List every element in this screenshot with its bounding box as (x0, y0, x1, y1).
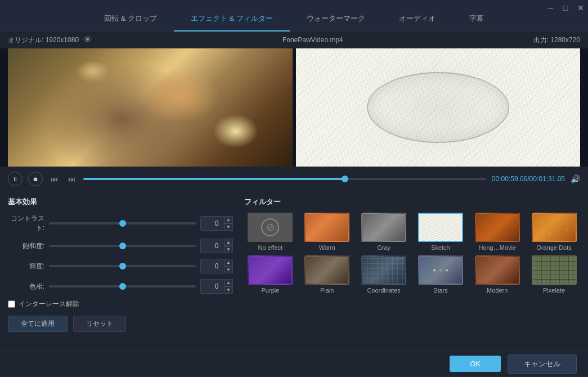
filter-thumb-stars (418, 255, 463, 285)
filter-plain[interactable]: Plain (301, 255, 353, 294)
filter-label-stars: Stars (433, 287, 448, 294)
bottom-bar: OK キャンセル (0, 350, 588, 377)
hue-row: 色相: 0 ▲ ▼ (8, 279, 233, 294)
tab-audio[interactable]: オーディオ (382, 14, 452, 32)
tab-watermark[interactable]: ウォーターマーク (290, 14, 382, 32)
video-previews (0, 48, 588, 167)
brightness-row: 輝度: 0 ▲ ▼ (8, 259, 233, 273)
stop-button[interactable]: ⏹ (28, 172, 43, 186)
filter-stars[interactable]: Stars (415, 255, 467, 294)
deinterlace-checkbox[interactable] (8, 300, 15, 308)
saturation-up[interactable]: ▲ (224, 239, 233, 246)
filter-thumb-no-effect: ⊘ (248, 213, 293, 242)
contrast-down[interactable]: ▼ (224, 223, 233, 231)
apply-all-button[interactable]: 全てに適用 (8, 316, 68, 332)
filter-thumb-gray (361, 213, 406, 242)
filter-purple[interactable]: Purple (244, 255, 297, 294)
tab-bar: 回転 & クロップ エフェクト & フィルター ウォーターマーク オーディオ 字… (0, 0, 588, 32)
ok-button[interactable]: OK (450, 356, 501, 372)
saturation-down[interactable]: ▼ (224, 246, 233, 253)
brightness-spinners: ▲ ▼ (224, 259, 233, 273)
volume-icon[interactable]: 🔊 (571, 174, 580, 183)
brightness-down[interactable]: ▼ (224, 266, 233, 273)
filter-thumb-coordinates (361, 255, 406, 285)
no-effect-icon: ⊘ (261, 218, 279, 236)
filter-label-plain: Plain (320, 287, 334, 294)
filter-warm[interactable]: Warm (301, 213, 353, 251)
next-button[interactable]: ⏭ (66, 174, 78, 185)
maximize-button[interactable]: □ (558, 0, 573, 16)
progress-fill (83, 178, 345, 180)
prev-button[interactable]: ⏮ (48, 174, 60, 185)
filter-title: フィルター (244, 197, 580, 207)
progress-thumb (342, 176, 348, 182)
tab-subtitles[interactable]: 字幕 (452, 14, 501, 32)
filter-thumb-modern (475, 255, 520, 285)
hue-slider[interactable] (49, 285, 196, 288)
filter-pixelate[interactable]: Pixelate (528, 255, 580, 294)
title-bar: ─ □ ✕ (543, 0, 588, 16)
eye-icon[interactable]: 👁 (83, 35, 92, 45)
saturation-label: 飽和度: (8, 241, 44, 251)
brightness-slider[interactable] (49, 265, 196, 267)
filter-orangedots[interactable]: Orange Dots (528, 213, 580, 251)
saturation-spinners: ▲ ▼ (224, 239, 233, 253)
filter-thumb-warm (304, 213, 349, 242)
hue-up[interactable]: ▲ (224, 279, 233, 286)
filter-gray[interactable]: Gray (358, 213, 410, 251)
filter-thumb-plain (304, 255, 349, 285)
saturation-row: 飽和度: 0 ▲ ▼ (8, 239, 233, 253)
left-panel: 基本効果 コントラスト: 0 ▲ ▼ 飽和度: 0 ▲ ▼ (8, 197, 233, 332)
filter-grid: ⊘ No effect Warm Gray Sketch Hong…Movie (244, 213, 580, 294)
contrast-slider[interactable] (49, 222, 196, 225)
filter-thumb-orangedots (532, 213, 577, 242)
time-display: 00:00:59.06/00:01:31.05 (492, 175, 565, 183)
video-filename: FonePawVideo.mp4 (282, 36, 343, 44)
original-cat-image (8, 48, 293, 167)
video-info-bar: オリジナル: 1920x1080 👁 FonePawVideo.mp4 出力: … (0, 32, 588, 48)
filter-label-no-effect: No effect (258, 244, 283, 251)
contrast-spinners: ▲ ▼ (224, 216, 233, 231)
progress-track[interactable] (83, 178, 486, 180)
close-button[interactable]: ✕ (573, 0, 588, 16)
filter-hongmovie[interactable]: Hong…Movie (471, 213, 523, 251)
contrast-row: コントラスト: 0 ▲ ▼ (8, 214, 233, 233)
contrast-label: コントラスト: (8, 214, 44, 233)
hue-label: 色相: (8, 282, 44, 291)
tab-rotate[interactable]: 回転 & クロップ (87, 14, 174, 32)
deinterlace-row: インターレース解除 (8, 299, 233, 309)
minimize-button[interactable]: ─ (543, 0, 558, 16)
original-resolution: オリジナル: 1920x1080 (8, 35, 79, 45)
filter-thumb-purple (248, 255, 293, 285)
filter-thumb-pixelate (532, 255, 577, 285)
pause-button[interactable]: ⏸ (8, 172, 23, 186)
filter-coordinates[interactable]: Coordinates (358, 255, 410, 294)
filter-sketch[interactable]: Sketch (415, 213, 467, 251)
right-panel: フィルター ⊘ No effect Warm Gray Sketch (244, 197, 580, 332)
playback-bar: ⏸ ⏹ ⏮ ⏭ 00:00:59.06/00:01:31.05 🔊 (0, 167, 588, 191)
filter-modern[interactable]: Modern (471, 255, 523, 294)
hue-spinners: ▲ ▼ (224, 279, 233, 294)
cancel-button[interactable]: キャンセル (508, 354, 577, 374)
tab-effects[interactable]: エフェクト & フィルター (174, 14, 290, 32)
reset-button[interactable]: リセット (73, 316, 126, 332)
original-preview (8, 48, 293, 167)
filter-label-purple: Purple (262, 287, 280, 294)
contrast-up[interactable]: ▲ (224, 216, 233, 223)
brightness-label: 輝度: (8, 262, 44, 271)
filter-no-effect[interactable]: ⊘ No effect (244, 213, 297, 251)
output-resolution: 出力: 1280x720 (533, 35, 580, 45)
main-content: 基本効果 コントラスト: 0 ▲ ▼ 飽和度: 0 ▲ ▼ (0, 191, 588, 338)
filter-label-coordinates: Coordinates (367, 287, 400, 294)
filter-thumb-hongmovie (475, 213, 520, 242)
effect-cat-image (296, 48, 581, 167)
deinterlace-label: インターレース解除 (19, 299, 79, 309)
filter-label-pixelate: Pixelate (543, 287, 565, 294)
saturation-slider[interactable] (49, 245, 196, 247)
filter-label-modern: Modern (487, 287, 508, 294)
filter-label-orangedots: Orange Dots (536, 244, 571, 251)
hue-down[interactable]: ▼ (224, 286, 233, 294)
action-buttons: 全てに適用 リセット (8, 316, 233, 332)
filter-label-sketch: Sketch (431, 244, 450, 251)
brightness-up[interactable]: ▲ (224, 259, 233, 266)
